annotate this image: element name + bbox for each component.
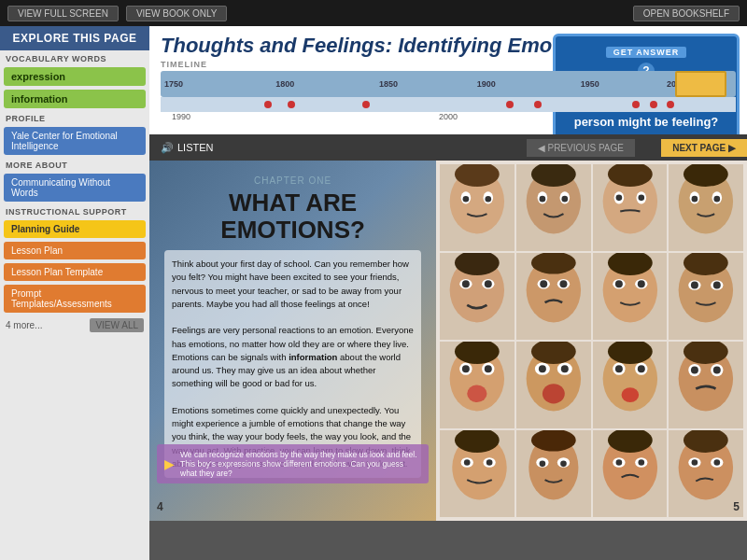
svg-point-53 — [467, 385, 486, 402]
svg-point-59 — [561, 365, 569, 372]
face-13 — [440, 430, 514, 517]
svg-point-45 — [691, 282, 698, 289]
next-page-nav-button[interactable]: NEXT PAGE ▶ — [661, 139, 747, 157]
sidebar-item-information[interactable]: information — [4, 90, 146, 108]
svg-point-84 — [539, 460, 545, 467]
svg-point-28 — [485, 280, 492, 287]
page-number-right: 5 — [733, 500, 740, 513]
svg-point-78 — [464, 459, 471, 466]
timeline-dot-8 — [667, 101, 674, 108]
timeline-highlight — [675, 71, 726, 97]
svg-point-73 — [713, 367, 721, 374]
title-area: Thoughts and Feelings: Identifying Emoti… — [149, 26, 747, 58]
svg-point-22 — [714, 196, 721, 203]
svg-point-67 — [621, 387, 639, 402]
page-number-left: 4 — [157, 500, 163, 513]
sidebar-item-lesson-plan[interactable]: Lesson Plan — [4, 242, 146, 259]
svg-point-9 — [539, 196, 545, 203]
face-5 — [440, 253, 514, 340]
svg-point-39 — [614, 280, 622, 287]
sidebar-item-planning[interactable]: Planning Guide — [4, 220, 146, 238]
chapter-title: WHAT ARE EMOTIONS? — [164, 189, 421, 243]
svg-point-79 — [486, 459, 493, 466]
listen-button[interactable]: 🔊 LISTEN — [149, 138, 225, 158]
fullscreen-button[interactable]: VIEW FULL SCREEN — [7, 6, 119, 21]
face-7 — [593, 253, 668, 340]
profile-label: PROFILE — [0, 110, 149, 125]
svg-point-21 — [692, 196, 698, 203]
speaker-icon: 🔊 — [161, 142, 174, 154]
view-all-button[interactable]: VIEW ALL — [90, 318, 144, 332]
sidebar-item-lesson-template[interactable]: Lesson Plan Template — [4, 263, 146, 281]
face-9 — [440, 342, 514, 428]
highlighted-word: information — [289, 352, 337, 362]
svg-point-3 — [463, 196, 470, 203]
face-4 — [669, 164, 743, 251]
svg-point-66 — [637, 365, 644, 372]
more-about-label: MORE ABOUT — [0, 157, 149, 172]
svg-point-60 — [543, 384, 565, 403]
face-11 — [593, 342, 668, 428]
listen-label: LISTEN — [177, 142, 214, 153]
main-area: EXPLORE THIS PAGE VOCABULARY WORDS expre… — [0, 26, 747, 560]
caption-text: We can recognize emotions by the way the… — [180, 450, 421, 478]
face-2 — [516, 164, 591, 251]
svg-point-27 — [462, 280, 470, 287]
svg-point-58 — [539, 365, 546, 372]
face-8 — [669, 253, 743, 340]
timeline-dot-1 — [264, 101, 272, 108]
svg-point-51 — [462, 365, 470, 372]
year-1800: 1800 — [275, 79, 294, 89]
sidebar-item-yale[interactable]: Yale Center for Emotional Intelligence — [4, 127, 146, 155]
timeline-dot-5 — [534, 101, 542, 108]
svg-point-34 — [559, 280, 567, 287]
sub-year-2000: 2000 — [439, 112, 458, 121]
face-3 — [593, 164, 668, 251]
timeline-dot-3 — [362, 101, 370, 108]
face-15 — [593, 430, 668, 517]
caption-arrow-icon: ▶ — [164, 456, 175, 471]
face-10 — [516, 342, 591, 428]
face-16 — [669, 430, 743, 517]
book-content: CHAPTER ONE WHAT ARE EMOTIONS? Think abo… — [149, 161, 747, 521]
timeline-dot-2 — [288, 101, 295, 108]
svg-point-46 — [713, 282, 721, 289]
book-only-button[interactable]: VIEW BOOK ONLY — [126, 6, 228, 21]
chapter-label: CHAPTER ONE — [164, 175, 421, 186]
timeline-dots — [161, 97, 736, 112]
left-page: CHAPTER ONE WHAT ARE EMOTIONS? Think abo… — [149, 161, 436, 521]
timeline-dot-4 — [506, 101, 514, 108]
svg-point-96 — [692, 459, 698, 466]
year-1750: 1750 — [164, 79, 183, 89]
top-bar: VIEW FULL SCREEN VIEW BOOK ONLY OPEN BOO… — [0, 0, 747, 26]
svg-point-40 — [637, 280, 644, 287]
open-bookshelf-button[interactable]: OPEN BOOKSHELF — [633, 6, 740, 21]
more-count[interactable]: 4 more... — [6, 320, 42, 330]
faces-grid — [440, 164, 743, 517]
face-6 — [516, 253, 591, 340]
sidebar-more: 4 more... VIEW ALL — [0, 315, 149, 336]
year-1850: 1850 — [379, 79, 398, 89]
timeline-dot-7 — [650, 101, 657, 108]
timeline-dot-6 — [632, 101, 640, 108]
prev-page-nav-button[interactable]: ◀ PREVIOUS PAGE — [527, 139, 635, 157]
svg-point-16 — [638, 195, 644, 202]
svg-point-52 — [485, 365, 492, 372]
caption-box: ▶ We can recognize emotions by the way t… — [157, 444, 429, 483]
get-answer-label: GET ANSWER — [606, 47, 687, 58]
right-page: 5 — [436, 161, 747, 521]
sub-year-1990: 1990 — [172, 112, 190, 121]
year-1950: 1950 — [581, 79, 599, 89]
svg-point-91 — [638, 459, 644, 466]
sidebar-item-expression[interactable]: expression — [4, 67, 146, 86]
content-area: Thoughts and Feelings: Identifying Emoti… — [149, 26, 747, 560]
svg-point-97 — [714, 459, 721, 466]
instructional-label: INSTRUCTIONAL SUPPORT — [0, 203, 149, 218]
timeline-bar[interactable]: 1750 1800 1850 1900 1950 2000 — [161, 71, 736, 97]
svg-point-33 — [540, 280, 547, 287]
sidebar-item-prompt-templates[interactable]: Prompt Templates/Assessments — [4, 285, 146, 313]
face-1 — [440, 164, 514, 251]
face-14 — [516, 430, 591, 517]
svg-point-4 — [486, 196, 492, 203]
sidebar-item-communicating[interactable]: Communicating Without Words — [4, 174, 146, 202]
